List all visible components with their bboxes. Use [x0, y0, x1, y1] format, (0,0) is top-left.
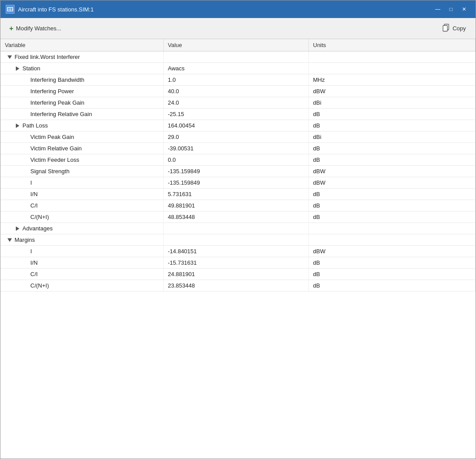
- value-cell: -15.731631: [163, 257, 308, 269]
- units-cell: dBW: [308, 246, 476, 257]
- table-row: C/(N+I)48.853448dB: [0, 211, 476, 223]
- units-cell: [308, 51, 476, 63]
- window-controls: — □ ✕: [432, 3, 470, 15]
- table-row: I-135.159849dBW: [0, 177, 476, 189]
- variable-cell: Interfering Power: [0, 86, 163, 97]
- value-cell: 40.0: [163, 86, 308, 97]
- value-cell: 48.853448: [163, 211, 308, 223]
- variable-cell: Interfering Bandwidth: [0, 74, 163, 86]
- variable-cell: Signal Strength: [0, 166, 163, 177]
- table-row: Margins: [0, 234, 476, 246]
- value-cell: -39.00531: [163, 143, 308, 154]
- variable-cell: Fixed link.Worst Interferer: [0, 51, 163, 63]
- value-cell: Awacs: [163, 63, 308, 74]
- col-header-value: Value: [163, 39, 308, 51]
- table-row: Victim Peak Gain29.0dBi: [0, 131, 476, 143]
- variable-cell: Interfering Relative Gain: [0, 109, 163, 120]
- variable-cell: C/(N+I): [0, 211, 163, 223]
- variable-name: C/(N+I): [30, 282, 49, 289]
- variable-cell: C/I: [0, 269, 163, 280]
- modify-watches-button[interactable]: + Modify Watches...: [6, 23, 65, 34]
- expand-icon[interactable]: [15, 123, 21, 129]
- table-header-row: Variable Value Units: [0, 39, 476, 51]
- units-cell: dBi: [308, 97, 476, 109]
- copy-icon: [442, 24, 450, 33]
- units-cell: dB: [308, 120, 476, 131]
- units-cell: dBW: [308, 166, 476, 177]
- table-row: I-14.840151dBW: [0, 246, 476, 257]
- table-row: Victim Relative Gain-39.00531dB: [0, 143, 476, 154]
- variable-name: Interfering Power: [30, 88, 74, 95]
- variable-name: C/(N+I): [30, 214, 49, 220]
- variable-cell: C/(N+I): [0, 280, 163, 291]
- units-cell: dB: [308, 269, 476, 280]
- variable-name: I/N: [30, 191, 38, 197]
- units-cell: dB: [308, 211, 476, 223]
- variable-cell: C/I: [0, 200, 163, 211]
- value-cell: [163, 223, 308, 234]
- modify-watches-label: Modify Watches...: [16, 25, 61, 32]
- table-row: Advantages: [0, 223, 476, 234]
- variable-name: Interfering Relative Gain: [30, 111, 92, 117]
- toolbar: + Modify Watches... Copy: [0, 18, 476, 39]
- table-row: Interfering Peak Gain24.0dBi: [0, 97, 476, 109]
- units-cell: dB: [308, 143, 476, 154]
- units-cell: MHz: [308, 74, 476, 86]
- variable-name: Station: [22, 65, 40, 72]
- window-title: Aircraft into FS stations.SIM:1: [18, 6, 432, 13]
- value-cell: 24.881901: [163, 269, 308, 280]
- value-cell: [163, 234, 308, 246]
- units-cell: dB: [308, 200, 476, 211]
- table-row: Victim Feeder Loss0.0dB: [0, 154, 476, 166]
- variable-name: Signal Strength: [30, 168, 70, 175]
- units-cell: dB: [308, 280, 476, 291]
- variable-name: C/I: [30, 271, 38, 277]
- table-row: Interfering Relative Gain-25.15dB: [0, 109, 476, 120]
- maximize-button[interactable]: □: [445, 3, 457, 15]
- app-icon: [6, 5, 15, 14]
- value-cell: 24.0: [163, 97, 308, 109]
- table-row: Interfering Bandwidth1.0MHz: [0, 74, 476, 86]
- value-cell: 1.0: [163, 74, 308, 86]
- expand-icon[interactable]: [15, 66, 21, 72]
- copy-label: Copy: [453, 25, 466, 32]
- expand-icon[interactable]: [15, 226, 21, 232]
- units-cell: dB: [308, 257, 476, 269]
- minimize-button[interactable]: —: [432, 3, 444, 15]
- svg-rect-4: [443, 26, 447, 31]
- units-cell: [308, 223, 476, 234]
- variable-cell: Path Loss: [0, 120, 163, 131]
- table-row: Interfering Power40.0dBW: [0, 86, 476, 97]
- value-cell: [163, 51, 308, 63]
- variable-cell: Victim Feeder Loss: [0, 154, 163, 166]
- units-cell: [308, 63, 476, 74]
- col-header-variable: Variable: [0, 39, 163, 51]
- value-cell: -25.15: [163, 109, 308, 120]
- value-cell: -135.159849: [163, 166, 308, 177]
- units-cell: dBW: [308, 177, 476, 189]
- variable-name: Victim Peak Gain: [30, 134, 74, 140]
- variable-name: Path Loss: [22, 122, 48, 129]
- units-cell: dB: [308, 189, 476, 200]
- copy-button[interactable]: Copy: [438, 22, 470, 35]
- expand-icon[interactable]: [7, 54, 13, 60]
- close-button[interactable]: ✕: [458, 3, 470, 15]
- col-header-units: Units: [308, 39, 476, 51]
- value-cell: 5.731631: [163, 189, 308, 200]
- variable-cell: Victim Peak Gain: [0, 131, 163, 143]
- variable-name: Advantages: [22, 225, 53, 232]
- data-table: Variable Value Units Fixed link.Worst In…: [0, 39, 476, 291]
- variable-name: Victim Feeder Loss: [30, 157, 79, 163]
- table-row: I/N-15.731631dB: [0, 257, 476, 269]
- expand-icon[interactable]: [7, 237, 13, 243]
- variable-cell: I: [0, 246, 163, 257]
- variable-name: C/I: [30, 202, 38, 209]
- variable-cell: I: [0, 177, 163, 189]
- table-row: I/N5.731631dB: [0, 189, 476, 200]
- variable-cell: I/N: [0, 189, 163, 200]
- value-cell: -14.840151: [163, 246, 308, 257]
- variable-name: I: [30, 248, 32, 255]
- value-cell: 29.0: [163, 131, 308, 143]
- value-cell: -135.159849: [163, 177, 308, 189]
- table-row: Fixed link.Worst Interferer: [0, 51, 476, 63]
